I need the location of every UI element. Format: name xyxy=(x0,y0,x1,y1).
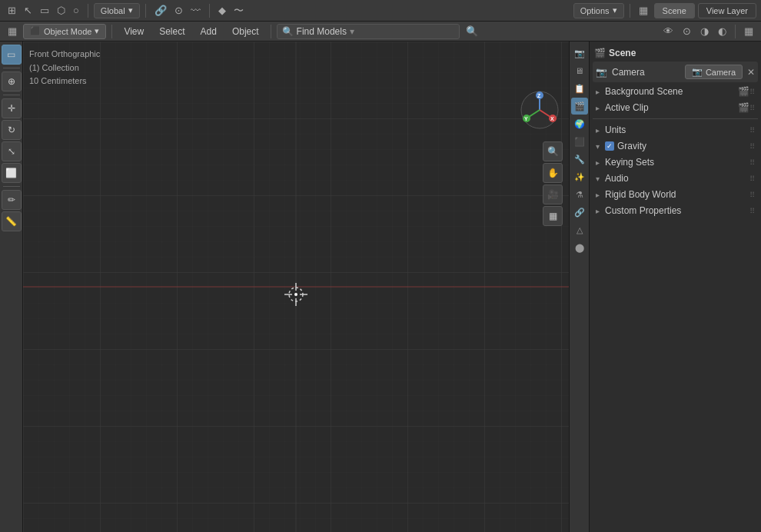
viewport-view-name: Front Orthographic xyxy=(29,48,100,62)
svg-text:X: X xyxy=(550,116,554,121)
zoom-in-btn[interactable]: 🔍 xyxy=(543,141,563,161)
custom-properties-section[interactable]: ▸ Custom Properties ⠿ xyxy=(593,203,758,218)
scale-tool[interactable]: ⤡ xyxy=(2,141,22,161)
rotate-tool[interactable]: ↻ xyxy=(2,120,22,140)
units-section[interactable]: ▸ Units ⠿ xyxy=(593,122,758,138)
transform-icon-btn[interactable]: ↖ xyxy=(21,3,35,18)
viewport-scale: 10 Centimeters xyxy=(29,75,100,88)
background-scene-chevron: ▸ xyxy=(596,88,605,96)
keyframe-icon-btn[interactable]: ◆ xyxy=(215,3,229,18)
audio-drag: ⠿ xyxy=(749,175,755,183)
cursor-tool[interactable]: ⊕ xyxy=(2,71,22,91)
sep7 xyxy=(735,25,736,38)
particles-props-icon[interactable]: ✨ xyxy=(571,168,588,185)
svg-text:Z: Z xyxy=(537,93,541,98)
nav-gizmo[interactable]: Z X Y xyxy=(519,89,561,134)
mode-dropdown[interactable]: ⬛ Object Mode ▾ xyxy=(23,24,106,39)
world-props-icon[interactable]: 🌍 xyxy=(571,115,588,132)
camera-value-btn[interactable]: 📷 Camera xyxy=(685,65,743,79)
shading2-btn[interactable]: ◐ xyxy=(715,24,729,39)
custom-props-drag: ⠿ xyxy=(749,207,755,215)
viewport-info: Front Orthographic (1) Collection 10 Cen… xyxy=(29,48,100,88)
grid-btn[interactable]: ▦ xyxy=(741,24,756,39)
blender-icon-btn[interactable]: ⊞ xyxy=(5,3,19,18)
material-props-icon[interactable]: ⬤ xyxy=(571,239,588,256)
active-clip-row[interactable]: ▸ Active Clip 🎬 ⠿ xyxy=(593,100,758,115)
audio-section[interactable]: ▾ Audio ⠿ xyxy=(593,171,758,186)
pan-btn[interactable]: ✋ xyxy=(543,163,563,183)
constraints-props-icon[interactable]: 🔗 xyxy=(571,204,588,221)
rigid-body-world-section[interactable]: ▸ Rigid Body World ⠿ xyxy=(593,187,758,202)
annotate-tool[interactable]: ✏ xyxy=(2,190,22,210)
properties-icon-sidebar: 📷 🖥 📋 🎬 🌍 ⬛ 🔧 ✨ ⚗ 🔗 △ ⬤ xyxy=(570,42,590,532)
tool-sep1 xyxy=(3,68,20,68)
modifiers-props-icon[interactable]: 🔧 xyxy=(571,151,588,168)
move-tool[interactable]: ✛ xyxy=(2,98,22,118)
object-props-icon[interactable]: ⬛ xyxy=(571,133,588,150)
add-menu[interactable]: Add xyxy=(194,25,223,38)
workspace-icons: ⊞ ↖ ▭ ⬡ ○ xyxy=(5,3,82,18)
select-box-tool[interactable]: ▭ xyxy=(2,45,22,65)
camera-value-text: Camera xyxy=(706,68,736,77)
background-scene-row[interactable]: ▸ Background Scene 🎬 ⠿ xyxy=(593,84,758,99)
lasso-icon-btn[interactable]: ⬡ xyxy=(54,3,68,18)
second-bar: ▦ ⬛ Object Mode ▾ View Select Add Object… xyxy=(0,22,761,42)
object-menu[interactable]: Object xyxy=(226,25,265,38)
box-select-icon-btn[interactable]: ▭ xyxy=(37,3,52,18)
timeline-icon-btn[interactable]: 〜 xyxy=(231,3,247,18)
editor-type-btn[interactable]: ▦ xyxy=(5,24,20,39)
falloff-icon-btn[interactable]: 〰 xyxy=(188,3,204,18)
cursor-svg xyxy=(281,279,311,310)
view-layer-tab[interactable]: View Layer xyxy=(698,3,756,18)
search-icon: 🔍 xyxy=(282,26,294,37)
top-bar: ⊞ ↖ ▭ ⬡ ○ Global ▾ 🔗 ⊙ 〰 ◆ 〜 Options ▾ ▦… xyxy=(0,0,761,22)
camera-icon: 📷 xyxy=(596,67,607,78)
scene-tab[interactable]: Scene xyxy=(654,3,695,18)
sep6 xyxy=(271,25,271,38)
view-gizmo-btn[interactable]: 👁 xyxy=(660,24,676,39)
circle-icon-btn[interactable]: ○ xyxy=(70,3,82,18)
props-header: 🎬 Scene xyxy=(593,45,758,62)
custom-props-label: Custom Properties xyxy=(605,205,749,216)
mode-label: Object Mode xyxy=(44,27,91,36)
overlay-btn[interactable]: ⊙ xyxy=(680,24,694,39)
options-dropdown[interactable]: Options ▾ xyxy=(573,3,624,18)
physics-props-icon[interactable]: ⚗ xyxy=(571,186,588,203)
background-scene-label: Background Scene xyxy=(605,86,738,97)
output-props-icon[interactable]: 🖥 xyxy=(571,62,588,79)
gravity-checkbox[interactable]: ✓ xyxy=(605,141,614,151)
render-props-icon[interactable]: 📷 xyxy=(571,45,588,62)
editor-type-icon[interactable]: ▦ xyxy=(636,3,651,18)
find-models-search[interactable]: 🔍 Find Models ▾ xyxy=(277,24,460,39)
camera-close-btn[interactable]: ✕ xyxy=(747,67,755,78)
grid-view-btn[interactable]: ▦ xyxy=(543,206,563,226)
gravity-chevron: ▾ xyxy=(596,142,605,151)
keying-sets-section[interactable]: ▸ Keying Sets ⠿ xyxy=(593,155,758,170)
options-label: Options xyxy=(580,6,610,15)
active-clip-chevron: ▸ xyxy=(596,104,605,112)
transform-tool[interactable]: ⬜ xyxy=(2,163,22,183)
camera-view-btn[interactable]: 🎥 xyxy=(543,185,563,204)
object-data-props-icon[interactable]: △ xyxy=(571,221,588,238)
units-chevron: ▸ xyxy=(596,126,605,135)
search-icon-btn[interactable]: 🔍 xyxy=(463,24,481,39)
keying-sets-chevron: ▸ xyxy=(596,158,605,167)
find-models-label: Find Models xyxy=(297,26,347,37)
sep2 xyxy=(145,4,146,18)
view-menu[interactable]: View xyxy=(118,25,150,38)
snap-icon-btn[interactable]: 🔗 xyxy=(151,3,170,18)
tool-sep2 xyxy=(3,95,20,95)
viewport[interactable]: Front Orthographic (1) Collection 10 Cen… xyxy=(23,42,569,532)
measure-tool[interactable]: 📏 xyxy=(2,211,22,231)
audio-chevron: ▾ xyxy=(596,175,605,183)
proportional-icon-btn[interactable]: ⊙ xyxy=(171,3,186,18)
select-menu[interactable]: Select xyxy=(153,25,191,38)
scene-props-icon[interactable]: 🎬 xyxy=(571,98,588,115)
shading-btn[interactable]: ◑ xyxy=(697,24,712,39)
view-layer-props-icon[interactable]: 📋 xyxy=(571,80,588,97)
gravity-section[interactable]: ▾ ✓ Gravity ⠿ xyxy=(593,138,758,154)
global-dropdown[interactable]: Global ▾ xyxy=(94,3,140,18)
workspace-tabs: ▦ Scene View Layer xyxy=(636,3,756,18)
main-content: ▭ ⊕ ✛ ↻ ⤡ ⬜ ✏ 📏 xyxy=(0,42,761,532)
props-title: Scene xyxy=(609,48,636,58)
